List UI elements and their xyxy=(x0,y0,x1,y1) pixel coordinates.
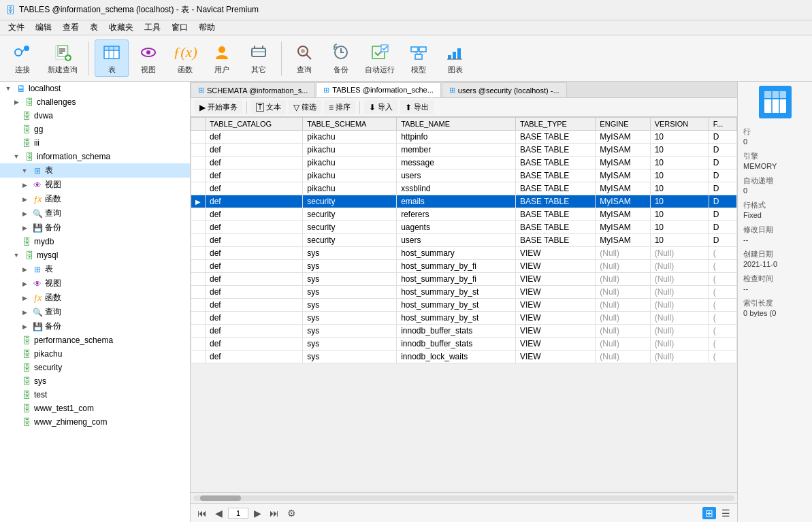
sidebar-label-www-zhimeng: www_zhimeng_com xyxy=(34,417,107,427)
table-cell: D xyxy=(709,182,736,195)
first-page-button[interactable]: ⏮ xyxy=(195,507,210,519)
table-row[interactable]: defsyshost_summary_by_stVIEW(Null)(Null)… xyxy=(191,312,737,325)
col-table-catalog[interactable]: TABLE_CATALOG xyxy=(206,118,303,131)
horizontal-scrollbar[interactable] xyxy=(191,492,737,503)
begin-transaction-button[interactable]: ▶ 开始事务 xyxy=(195,100,242,114)
tab-users-security[interactable]: ⊞ users @security (localhost) -... xyxy=(442,82,567,97)
table-row[interactable]: defsyshost_summary_by_stVIEW(Null)(Null)… xyxy=(191,299,737,312)
sidebar-label-tables: 表 xyxy=(45,165,53,176)
last-page-button[interactable]: ⏭ xyxy=(267,507,282,519)
table-row[interactable]: defsecurityreferersBASE TABLEMyISAM10D xyxy=(191,208,737,221)
sidebar-item-backups[interactable]: ▶ 💾 备份 xyxy=(0,221,190,235)
col-table-name[interactable]: TABLE_NAME xyxy=(397,118,516,131)
next-page-button[interactable]: ▶ xyxy=(251,507,264,519)
sidebar-item-gg[interactable]: 🗄 gg xyxy=(0,123,190,136)
sidebar-item-functions[interactable]: ▶ ƒx 函数 xyxy=(0,192,190,206)
table-row[interactable]: defsyshost_summary_by_fiVIEW(Null)(Null)… xyxy=(191,273,737,286)
sidebar-item-pikachu[interactable]: 🗄 pikachu xyxy=(0,347,190,361)
sort-button[interactable]: ≡ 排序 xyxy=(324,100,355,114)
sidebar-item-mysql-tables[interactable]: ▶ ⊞ 表 xyxy=(0,262,190,276)
backup-icon xyxy=(330,42,352,63)
grid-view-button[interactable]: ⊞ xyxy=(702,507,716,519)
sidebar-item-security[interactable]: 🗄 security xyxy=(0,361,190,374)
tab-schemata[interactable]: ⊞ SCHEMATA @information_s... xyxy=(191,82,315,97)
export-button[interactable]: ⬆ 导出 xyxy=(400,100,434,114)
table-row[interactable]: defpikachuhttpinfoBASE TABLEMyISAM10D xyxy=(191,131,737,144)
col-table-type[interactable]: TABLE_TYPE xyxy=(516,118,596,131)
prev-page-button[interactable]: ◀ xyxy=(212,507,225,519)
toolbar-function[interactable]: ƒ(x) 函数 xyxy=(168,40,202,76)
table-row[interactable]: defpikachumemberBASE TABLEMyISAM10D xyxy=(191,144,737,157)
col-extra[interactable]: F... xyxy=(709,118,736,131)
sidebar-item-mysql-functions[interactable]: ▶ ƒx 函数 xyxy=(0,291,190,305)
table-row[interactable]: defsysinnodb_buffer_statsVIEW(Null)(Null… xyxy=(191,325,737,338)
toolbar-query[interactable]: 查询 xyxy=(287,40,321,76)
form-view-button[interactable]: ☰ xyxy=(719,507,733,519)
toolbar-chart[interactable]: 图表 xyxy=(438,40,472,76)
sidebar-item-sys[interactable]: 🗄 sys xyxy=(0,374,190,388)
table-row[interactable]: defsyshost_summary_by_stVIEW(Null)(Null)… xyxy=(191,286,737,299)
toolbar-connect[interactable]: 连接 xyxy=(5,40,39,76)
sidebar-item-challenges[interactable]: ▶ 🗄 challenges xyxy=(0,95,190,109)
sidebar-item-dvwa[interactable]: 🗄 dvwa xyxy=(0,109,190,123)
data-grid-scroll[interactable]: TABLE_CATALOG TABLE_SCHEMA TABLE_NAME TA… xyxy=(191,117,737,492)
sidebar-label-gg: gg xyxy=(34,125,43,134)
table-row[interactable]: defsysinnodb_buffer_statsVIEW(Null)(Null… xyxy=(191,338,737,350)
table-row[interactable]: defpikachumessageBASE TABLEMyISAM10D xyxy=(191,157,737,169)
sidebar-item-www-test1-com[interactable]: 🗄 www_test1_com xyxy=(0,402,190,415)
menu-file[interactable]: 文件 xyxy=(3,20,30,35)
hscroll-track[interactable] xyxy=(193,495,734,501)
import-button[interactable]: ⬇ 导入 xyxy=(364,100,397,114)
menu-help[interactable]: 帮助 xyxy=(193,20,221,35)
col-version[interactable]: VERSION xyxy=(650,118,709,131)
sidebar-item-information-schema[interactable]: ▼ 🗄 information_schema xyxy=(0,150,190,163)
menu-table[interactable]: 表 xyxy=(84,20,103,35)
filter-button[interactable]: ▽ 筛选 xyxy=(289,100,321,114)
toolbar-table[interactable]: 表 xyxy=(95,39,129,77)
table-row[interactable]: defpikachuusersBASE TABLEMyISAM10D xyxy=(191,169,737,182)
menu-edit[interactable]: 编辑 xyxy=(30,20,57,35)
sidebar-item-mysql-queries[interactable]: ▶ 🔍 查询 xyxy=(0,305,190,319)
table-cell: def xyxy=(206,338,303,350)
toolbar-user[interactable]: 用户 xyxy=(205,40,239,76)
sidebar-item-test[interactable]: 🗄 test xyxy=(0,388,190,402)
sidebar-item-mydb[interactable]: 🗄 mydb xyxy=(0,235,190,248)
toolbar-new-query[interactable]: 新建查询 xyxy=(42,40,83,76)
sidebar-item-mysql[interactable]: ▼ 🗄 mysql xyxy=(0,248,190,262)
table-row[interactable]: defsyshost_summaryVIEW(Null)(Null)( xyxy=(191,247,737,260)
table-row[interactable]: defpikachuxssblindBASE TABLEMyISAM10D xyxy=(191,182,737,195)
toolbar-autorun[interactable]: 自动运行 xyxy=(361,40,399,76)
menu-favorites[interactable]: 收藏夹 xyxy=(103,20,139,35)
table-row[interactable]: ▶defsecurityemailsBASE TABLEMyISAM10D xyxy=(191,195,737,208)
sidebar-item-iii[interactable]: 🗄 iii xyxy=(0,136,190,150)
svg-rect-34 xyxy=(448,55,451,59)
page-input[interactable] xyxy=(228,508,248,519)
hscroll-thumb[interactable] xyxy=(200,495,241,501)
db-icon-test: 🗄 xyxy=(21,389,32,400)
menu-view[interactable]: 查看 xyxy=(57,20,84,35)
sidebar-item-queries[interactable]: ▶ 🔍 查询 xyxy=(0,206,190,221)
table-row[interactable]: defsyshost_summary_by_fiVIEW(Null)(Null)… xyxy=(191,260,737,273)
toolbar-other[interactable]: 其它 xyxy=(242,40,276,76)
toolbar-backup[interactable]: 备份 xyxy=(324,40,358,76)
table-row[interactable]: defsysinnodb_lock_waitsVIEW(Null)(Null)( xyxy=(191,350,737,363)
table-row[interactable]: defsecurityusersBASE TABLEMyISAM10D xyxy=(191,234,737,247)
sidebar-item-www-zhimeng-com[interactable]: 🗄 www_zhimeng_com xyxy=(0,415,190,429)
sidebar-item-tables[interactable]: ▼ ⊞ 表 xyxy=(0,163,190,178)
col-table-schema[interactable]: TABLE_SCHEMA xyxy=(303,118,397,131)
sidebar-item-views[interactable]: ▶ 👁 视图 xyxy=(0,178,190,192)
sidebar-item-performance-schema[interactable]: 🗄 performance_schema xyxy=(0,333,190,347)
toolbar-view[interactable]: 视图 xyxy=(131,40,165,76)
toolbar-model[interactable]: 模型 xyxy=(402,40,436,76)
sidebar-item-localhost[interactable]: ▼ 🖥 localhost xyxy=(0,82,190,95)
tab-tables[interactable]: ⊞ TABLES @information_sche... xyxy=(316,82,441,97)
settings-button[interactable]: ⚙ xyxy=(285,507,299,519)
col-engine[interactable]: ENGINE xyxy=(596,118,650,131)
sidebar-item-mysql-views[interactable]: ▶ 👁 视图 xyxy=(0,276,190,291)
text-button[interactable]: T 文本 xyxy=(251,100,286,114)
menu-tools[interactable]: 工具 xyxy=(139,20,166,35)
table-row[interactable]: defsecurityuagentsBASE TABLEMyISAM10D xyxy=(191,221,737,234)
table-cell: (Null) xyxy=(596,273,650,286)
menu-window[interactable]: 窗口 xyxy=(166,20,193,35)
sidebar-item-mysql-backups[interactable]: ▶ 💾 备份 xyxy=(0,319,190,333)
